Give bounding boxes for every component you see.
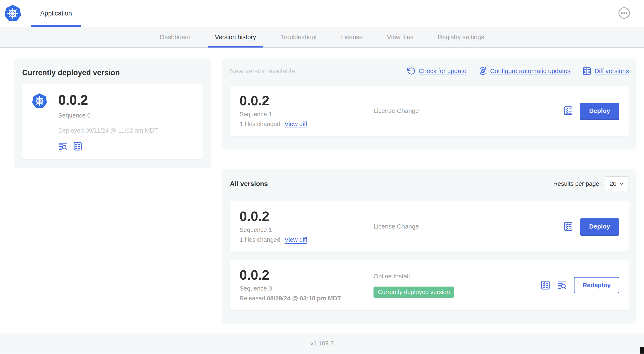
version-actions: Deploy	[563, 103, 619, 119]
checklist-icon	[563, 221, 573, 231]
chevron-down-icon	[619, 181, 624, 186]
version-row: 0.0.2 Sequence 0 Released 08/29/24 @ 03:…	[230, 260, 629, 310]
version-source-label: License Change	[374, 223, 419, 230]
ellipsis-icon	[618, 7, 630, 19]
versions-column: New version available Check for update	[222, 59, 636, 324]
all-versions-title: All versions	[230, 180, 268, 188]
new-version-header: New version available Check for update	[230, 66, 629, 76]
deployed-version-info: 0.0.2 Sequence 0 Deployed 09/11/24 @ 11:…	[58, 93, 158, 151]
currently-deployed-title: Currently deployed version	[22, 68, 203, 77]
update-actions: Check for update Configure automatic upd…	[407, 67, 629, 75]
check-for-update-link[interactable]: Check for update	[407, 67, 466, 75]
results-per-page-select[interactable]: 20	[605, 176, 629, 191]
view-diff-link[interactable]: View diff	[284, 121, 307, 128]
deployed-actions	[58, 141, 158, 151]
all-versions-header: All versions Results per page: 20	[230, 176, 629, 191]
results-per-page-label: Results per page:	[553, 180, 601, 187]
app-footer: v1.109.3	[0, 333, 644, 353]
checklist-icon	[563, 106, 573, 116]
version-actions: Redeploy	[540, 277, 619, 293]
deploy-button[interactable]: Deploy	[580, 103, 619, 119]
new-version-row: 0.0.2 Sequence 1 1 files changed View di…	[230, 86, 629, 136]
configure-automatic-updates-link[interactable]: Configure automatic updates	[478, 67, 570, 75]
view-deploy-logs-button[interactable]	[58, 141, 68, 151]
deploy-button[interactable]: Deploy	[580, 218, 619, 235]
version-number: 0.0.2	[240, 268, 374, 282]
tab-version-history[interactable]: Version history	[203, 27, 268, 47]
deployed-timestamp: Deployed 09/11/24 @ 11:02 am MDT	[58, 127, 158, 134]
version-sequence: Sequence 1	[240, 226, 374, 233]
redeploy-button[interactable]: Redeploy	[574, 277, 619, 293]
app-tab-application[interactable]: Application	[32, 0, 81, 27]
results-per-page: Results per page: 20	[553, 176, 629, 191]
preflight-checks-button[interactable]	[563, 106, 573, 116]
tab-license[interactable]: License	[329, 27, 375, 47]
view-preflight-checks-button[interactable]	[73, 141, 82, 151]
version-row: 0.0.2 Sequence 1 1 files changed View di…	[230, 201, 629, 252]
view-deploy-logs-button[interactable]	[557, 280, 567, 290]
version-sequence: Sequence 0	[240, 285, 374, 292]
version-source-label: License Change	[374, 107, 419, 114]
tab-registry-settings[interactable]: Registry settings	[426, 27, 496, 47]
version-source: License Change	[374, 107, 563, 114]
kubernetes-app-icon	[32, 93, 47, 109]
checklist-icon	[540, 280, 550, 290]
released-prefix: Released	[240, 295, 267, 302]
released-line: Released 08/29/24 @ 03:18 pm MDT	[240, 295, 374, 302]
checklist-icon	[73, 141, 82, 151]
tab-troubleshoot[interactable]: Troubleshoot	[268, 27, 329, 47]
version-source-label: Online Install	[374, 273, 410, 280]
diff-versions-link[interactable]: Diff versions	[582, 67, 629, 75]
currently-deployed-badge: Currently deployed version	[374, 286, 454, 298]
main-content: Currently deployed version 0.0.2 Sequenc…	[0, 48, 644, 324]
tab-view-files[interactable]: View files	[375, 27, 426, 47]
version-number: 0.0.2	[240, 210, 374, 223]
view-diff-link[interactable]: View diff	[284, 236, 307, 243]
tab-dashboard[interactable]: Dashboard	[148, 27, 203, 47]
diff-icon	[582, 67, 591, 75]
version-source: License Change	[374, 223, 563, 230]
logs-icon	[557, 280, 567, 290]
currently-deployed-panel: Currently deployed version 0.0.2 Sequenc…	[14, 59, 212, 168]
files-changed-line: 1 files changed View diff	[240, 236, 374, 243]
deployed-version-card: 0.0.2 Sequence 0 Deployed 09/11/24 @ 11:…	[22, 84, 203, 159]
app-header: Application	[0, 0, 644, 27]
files-changed-count: 1 files changed	[240, 121, 280, 128]
released-date: 08/29/24 @ 03:18 pm MDT	[267, 295, 341, 302]
clock-refresh-icon	[478, 67, 487, 75]
new-version-title: New version available	[230, 66, 295, 76]
version-info: 0.0.2 Sequence 1 1 files changed View di…	[240, 210, 374, 243]
version-sequence: Sequence 1	[240, 111, 374, 118]
results-per-page-value: 20	[610, 180, 616, 187]
app-subnav: Dashboard Version history Troubleshoot L…	[0, 27, 644, 48]
all-versions-section: All versions Results per page: 20 0.0.2 …	[222, 169, 636, 324]
version-info: 0.0.2 Sequence 1 1 files changed View di…	[240, 94, 374, 128]
version-actions: Deploy	[563, 218, 619, 235]
deployed-version-number: 0.0.2	[58, 93, 158, 107]
files-changed-line: 1 files changed View diff	[240, 121, 374, 128]
preflight-checks-button[interactable]	[540, 280, 550, 290]
version-source: Online Install Currently deployed versio…	[374, 273, 540, 298]
logs-icon	[58, 141, 68, 151]
version-info: 0.0.2 Sequence 0 Released 08/29/24 @ 03:…	[240, 268, 374, 302]
console-version: v1.109.3	[310, 340, 334, 347]
kubernetes-logo-icon	[4, 4, 21, 23]
deployed-sequence: Sequence 0	[58, 112, 158, 119]
files-changed-count: 1 files changed	[240, 236, 280, 243]
preflight-checks-button[interactable]	[563, 221, 573, 231]
version-number: 0.0.2	[240, 94, 374, 108]
new-version-section: New version available Check for update	[222, 59, 636, 149]
screenshot-corner-artifact	[640, 347, 644, 353]
active-app-tab-indicator	[32, 25, 81, 27]
more-options-button[interactable]	[618, 7, 630, 19]
refresh-icon	[407, 67, 416, 75]
app-title: Application	[40, 10, 72, 17]
